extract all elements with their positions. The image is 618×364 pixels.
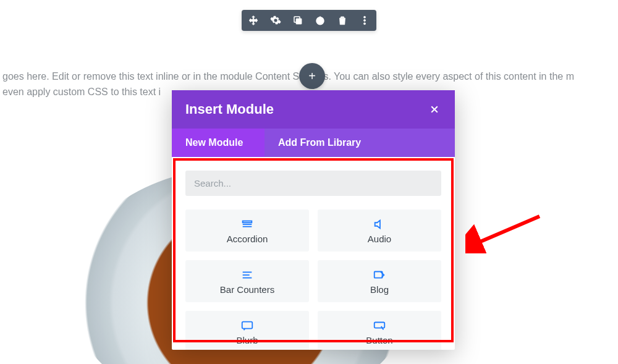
- module-label: Button: [366, 335, 392, 345]
- modal-body: Accordion Audio Bar Counters Blog: [172, 157, 455, 350]
- section-toolbar: [242, 10, 376, 31]
- modal-tabs: New Module Add From Library: [172, 129, 455, 157]
- svg-point-5: [364, 20, 366, 22]
- module-blog[interactable]: Blog: [318, 260, 441, 302]
- module-grid: Accordion Audio Bar Counters Blog: [185, 210, 441, 350]
- more-icon[interactable]: [358, 14, 371, 27]
- module-label: Accordion: [227, 234, 268, 244]
- insert-module-modal: Insert Module New Module Add From Librar…: [172, 90, 455, 350]
- plus-icon: +: [308, 69, 316, 83]
- svg-rect-16: [242, 321, 253, 328]
- blog-icon: [373, 269, 386, 281]
- module-label: Blog: [370, 284, 389, 295]
- button-icon: [373, 320, 386, 331]
- tab-new-module[interactable]: New Module: [172, 129, 265, 157]
- search-input[interactable]: [185, 171, 441, 196]
- modal-title: Insert Module: [185, 101, 274, 117]
- svg-rect-0: [296, 19, 302, 24]
- gear-icon[interactable]: [269, 14, 282, 27]
- bars-icon: [240, 269, 254, 281]
- svg-rect-17: [375, 322, 385, 328]
- blurb-icon: [240, 320, 254, 331]
- svg-line-18: [475, 216, 540, 244]
- module-blurb[interactable]: Blurb: [185, 311, 309, 350]
- audio-icon: [373, 219, 386, 230]
- tab-add-from-library[interactable]: Add From Library: [265, 129, 455, 157]
- module-accordion[interactable]: Accordion: [185, 210, 309, 252]
- svg-rect-9: [243, 221, 252, 222]
- annotation-arrow: [465, 210, 546, 253]
- modal-header: Insert Module: [172, 90, 455, 129]
- svg-point-6: [364, 23, 366, 25]
- accordion-icon: [240, 219, 254, 230]
- module-button[interactable]: Button: [318, 311, 441, 350]
- module-audio[interactable]: Audio: [318, 210, 441, 252]
- move-icon[interactable]: [247, 14, 260, 27]
- duplicate-icon[interactable]: [291, 14, 305, 27]
- svg-point-4: [364, 16, 366, 18]
- add-module-button[interactable]: +: [299, 63, 325, 89]
- module-label: Audio: [368, 234, 391, 244]
- module-bar-counters[interactable]: Bar Counters: [185, 260, 309, 302]
- power-icon[interactable]: [313, 14, 327, 27]
- trash-icon[interactable]: [336, 14, 349, 27]
- close-icon[interactable]: [428, 103, 441, 116]
- module-label: Blurb: [236, 335, 258, 345]
- module-label: Bar Counters: [220, 284, 274, 295]
